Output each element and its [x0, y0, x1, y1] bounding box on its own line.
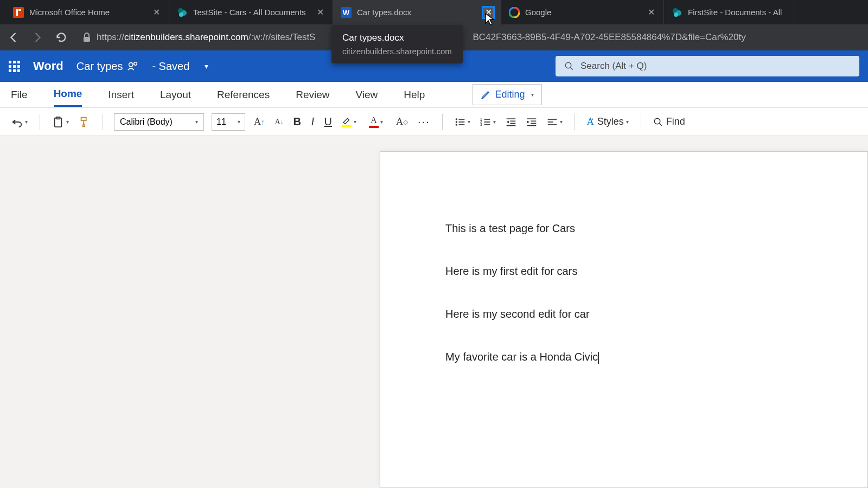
browser-tab-google[interactable]: Google ✕ — [501, 0, 664, 24]
tab-title: TestSite - Cars - All Documents — [193, 8, 306, 17]
grow-font-button[interactable]: A↑ — [253, 114, 266, 130]
paragraph[interactable]: My favorite car is a Honda Civic — [445, 351, 802, 364]
highlight-button[interactable]: ▾ — [341, 114, 353, 129]
italic-button[interactable]: I — [310, 113, 316, 130]
chevron-down-icon: ▾ — [531, 92, 534, 98]
tab-view[interactable]: View — [355, 84, 378, 106]
search-input[interactable]: Search (Alt + Q) — [556, 56, 859, 76]
tab-title: Car types.docx — [357, 8, 411, 17]
increase-indent-button[interactable] — [525, 115, 538, 129]
chevron-down-icon: ▾ — [66, 119, 69, 125]
browser-tab-firstsite[interactable]: FirstSite - Documents - All — [664, 0, 794, 24]
chevron-down-icon: ▾ — [25, 119, 28, 125]
tab-review[interactable]: Review — [296, 84, 329, 106]
svg-point-13 — [129, 63, 133, 67]
saved-status: - Saved — [152, 60, 189, 73]
numbering-button[interactable]: 123 ▾ — [479, 115, 497, 129]
editing-label: Editing — [495, 89, 525, 100]
document-name[interactable]: Car types — [76, 60, 139, 73]
paragraph[interactable]: Here is my second edit for car — [445, 308, 802, 320]
font-name-select[interactable]: Calibri (Body)▾ — [114, 113, 204, 131]
back-button[interactable] — [5, 29, 22, 46]
svg-line-43 — [659, 123, 662, 126]
font-color-button[interactable]: A ▾ — [368, 113, 380, 130]
app-launcher-icon[interactable] — [9, 61, 20, 72]
address-input[interactable]: https://citizenbuilders.sharepoint.com/:… — [77, 32, 863, 43]
ribbon-tabs: File Home Insert Layout References Revie… — [0, 82, 868, 108]
url-text: https://citizenbuilders.sharepoint.com/:… — [97, 32, 315, 43]
close-icon[interactable]: ✕ — [151, 8, 161, 17]
tab-layout[interactable]: Layout — [160, 84, 191, 106]
underline-button[interactable]: U — [323, 113, 333, 130]
close-icon[interactable]: ✕ — [315, 8, 325, 17]
tab-insert[interactable]: Insert — [108, 84, 134, 106]
search-placeholder: Search (Alt + Q) — [580, 61, 647, 72]
search-icon — [564, 61, 574, 71]
tab-title: FirstSite - Documents - All — [688, 8, 782, 17]
tooltip-title: Car types.docx — [342, 33, 452, 43]
browser-tab-office[interactable]: Microsoft Office Home ✕ — [5, 0, 169, 24]
undo-button[interactable]: ▾ — [10, 114, 29, 130]
font-size-select[interactable]: 11▾ — [212, 113, 245, 131]
shrink-font-button[interactable]: A↓ — [274, 115, 285, 129]
svg-point-42 — [654, 118, 660, 124]
reload-button[interactable] — [53, 29, 69, 46]
tab-title: Google — [525, 8, 551, 17]
svg-rect-1 — [16, 9, 18, 16]
tab-file[interactable]: File — [11, 84, 28, 106]
google-icon — [509, 7, 520, 18]
tooltip-url: citizenbuilders.sharepoint.com — [342, 47, 452, 56]
tab-title: Microsoft Office Home — [29, 8, 110, 17]
url-text-right: BC42F3663-89B5-4F49-A702-45EE85584864%7D… — [473, 32, 745, 43]
svg-point-23 — [455, 124, 457, 125]
decrease-indent-button[interactable] — [505, 115, 518, 129]
svg-rect-0 — [13, 7, 24, 18]
svg-line-16 — [570, 67, 573, 70]
chevron-down-icon[interactable]: ▾ — [205, 62, 208, 70]
share-icon — [127, 60, 139, 72]
close-icon[interactable]: ✕ — [646, 8, 656, 17]
close-icon[interactable]: ✕ — [483, 8, 493, 17]
office-icon — [13, 7, 24, 18]
svg-point-11 — [674, 12, 678, 17]
svg-point-5 — [179, 12, 183, 17]
browser-tab-bar: Microsoft Office Home ✕ TestSite - Cars … — [0, 0, 868, 24]
svg-point-14 — [134, 62, 137, 66]
paragraph[interactable]: This is a test page for Cars — [445, 222, 802, 235]
bullets-button[interactable]: ▾ — [454, 115, 471, 129]
svg-point-19 — [455, 118, 457, 120]
sharepoint-icon — [177, 7, 188, 18]
svg-text:W: W — [343, 9, 350, 17]
svg-text:3: 3 — [480, 123, 482, 126]
browser-tab-cartypes[interactable]: W Car types.docx ✕ — [333, 0, 501, 24]
tab-references[interactable]: References — [217, 84, 270, 106]
toolbar: ▾ ▾ Calibri (Body)▾ 11▾ A↑ A↓ B I U ▾ A … — [0, 108, 868, 136]
paste-button[interactable]: ▾ — [51, 113, 70, 131]
tab-tooltip: Car types.docx citizenbuilders.sharepoin… — [331, 25, 463, 63]
bold-button[interactable]: B — [292, 113, 302, 130]
lock-icon — [82, 33, 91, 42]
clear-format-button[interactable]: A◇ — [395, 114, 409, 130]
document-canvas[interactable]: This is a test page for Cars Here is my … — [0, 136, 868, 488]
forward-button[interactable] — [29, 29, 46, 46]
tab-help[interactable]: Help — [404, 84, 425, 106]
find-button[interactable]: Find — [652, 114, 686, 130]
pencil-icon — [481, 90, 490, 100]
sharepoint-icon — [672, 7, 682, 18]
more-format-button[interactable]: ··· — [417, 113, 431, 130]
svg-point-21 — [455, 121, 457, 123]
paragraph[interactable]: Here is my first edit for cars — [445, 265, 802, 278]
tab-home[interactable]: Home — [54, 82, 82, 107]
document-page[interactable]: This is a test page for Cars Here is my … — [380, 151, 868, 488]
format-painter-button[interactable] — [78, 114, 92, 130]
editing-mode-button[interactable]: Editing ▾ — [473, 84, 542, 105]
svg-rect-2 — [18, 9, 21, 11]
app-name[interactable]: Word — [33, 59, 63, 73]
browser-tab-testsite[interactable]: TestSite - Cars - All Documents ✕ — [169, 0, 333, 24]
svg-rect-12 — [84, 37, 90, 42]
svg-point-15 — [565, 62, 571, 68]
align-button[interactable]: ▾ — [546, 115, 564, 129]
word-icon: W — [341, 7, 352, 18]
styles-button[interactable]: Aͣ Styles ▾ — [586, 114, 630, 130]
